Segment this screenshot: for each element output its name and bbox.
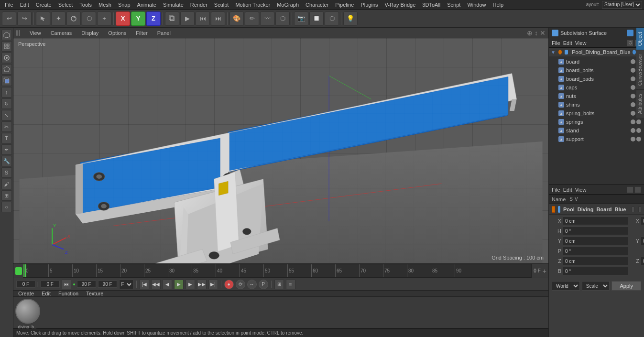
lt-scale-btn[interactable]: ⤡ [1, 110, 12, 120]
menu-render[interactable]: Render [187, 1, 210, 9]
menu-character[interactable]: Character [303, 1, 331, 9]
z-axis-button[interactable]: Z [146, 11, 161, 26]
z-size-input[interactable] [641, 257, 644, 265]
menu-create[interactable]: Create [33, 1, 55, 9]
mat-menu-create[interactable]: Create [16, 291, 36, 296]
parent-vis-dot[interactable] [633, 50, 636, 54]
menu-tools[interactable]: Tools [76, 1, 95, 9]
prev-key-playback-btn[interactable]: ◀◀ [151, 280, 161, 289]
move-tool[interactable]: ✦ [51, 11, 65, 26]
stand-lock[interactable] [636, 128, 641, 133]
timeline-edit-btn[interactable]: ≡ [286, 280, 295, 289]
menu-snap[interactable]: Snap [115, 1, 133, 9]
obj-edit-menu[interactable]: Edit [563, 40, 572, 46]
tab-display[interactable]: Display [79, 29, 100, 37]
lt-model-btn[interactable] [1, 30, 12, 40]
support-lock[interactable] [636, 137, 641, 141]
h-input[interactable] [563, 227, 628, 235]
obj-view-menu[interactable]: View [575, 40, 587, 46]
mode-btn[interactable]: P [259, 280, 268, 289]
play-btn[interactable]: ▶ [180, 11, 195, 26]
y-size-input[interactable] [641, 237, 644, 245]
material-item[interactable]: diving_b... [15, 299, 40, 329]
fps-input[interactable] [98, 281, 117, 288]
lt-text-btn[interactable]: T [1, 133, 12, 143]
play-fwd-btn[interactable]: ▶ [174, 280, 184, 289]
select-tool[interactable] [36, 11, 50, 26]
tree-item-nuts[interactable]: ▲ nuts [550, 92, 643, 100]
lt-circle-btn[interactable]: ○ [1, 202, 12, 212]
loop-btn[interactable]: ⟳ [236, 280, 245, 289]
x-pos-input[interactable] [563, 217, 628, 225]
tab-view[interactable]: View [28, 29, 43, 37]
menu-select[interactable]: Select [55, 1, 76, 9]
menu-sculpt[interactable]: Sculpt [211, 1, 232, 9]
sp-bolts-vis[interactable] [631, 111, 635, 116]
viewport-close-icon[interactable]: ✕ [540, 29, 546, 37]
lt-mesh-btn[interactable] [1, 41, 12, 52]
render-btn[interactable]: ⬡ [325, 11, 339, 26]
board-vis[interactable] [631, 59, 635, 64]
prev-key-btn[interactable]: ⏮ [196, 11, 210, 26]
menu-pipeline[interactable]: Pipeline [332, 1, 357, 9]
light-btn[interactable]: 💡 [343, 11, 358, 26]
pen-btn[interactable]: ✏ [245, 11, 259, 26]
caps-vis[interactable] [631, 85, 635, 90]
obj-file-menu[interactable]: File [552, 40, 560, 46]
attr-tool-1[interactable] [627, 186, 633, 193]
x-axis-button[interactable]: X [116, 11, 130, 26]
lt-paint-btn[interactable]: 🖌 [1, 179, 12, 189]
tab-panel[interactable]: Panel [155, 29, 173, 37]
viewport-arrows-icon[interactable]: ↕ [535, 29, 538, 37]
springs-lock[interactable] [636, 120, 641, 124]
record-btn[interactable]: ● [224, 280, 234, 289]
tab-filter[interactable]: Filter [134, 29, 149, 37]
add-tool[interactable]: + [97, 11, 111, 26]
y-axis-button[interactable]: Y [131, 11, 145, 26]
attr-lock-btn[interactable] [638, 207, 641, 212]
far-tab-attributes[interactable]: Attributes [636, 89, 644, 118]
viewport-maximize-icon[interactable]: ⊕ [527, 29, 533, 37]
lt-cube-btn[interactable] [1, 76, 12, 86]
redo-button[interactable]: ↪ [17, 11, 32, 26]
prev-frame-btn[interactable]: ◀ [163, 280, 172, 289]
mat-menu-texture[interactable]: Texture [84, 291, 105, 296]
menu-window[interactable]: Window [464, 1, 489, 9]
start-frame-input[interactable] [41, 281, 60, 288]
stand-vis[interactable] [631, 128, 635, 133]
lt-select-all[interactable] [1, 53, 12, 63]
timeline-add-icon[interactable]: + [543, 267, 546, 275]
menu-edit[interactable]: Edit [17, 1, 32, 9]
cube-tool[interactable] [165, 11, 179, 26]
next-frame-btn[interactable]: ▶ [186, 280, 195, 289]
lt-s-btn[interactable]: S [1, 167, 12, 178]
subdiv-checkbox[interactable] [627, 30, 633, 36]
tree-item-board-pads[interactable]: ▲ board_pads [550, 75, 643, 83]
timeline-ruler[interactable]: 0 5 10 15 20 25 30 35 40 45 50 55 60 65 … [23, 264, 532, 278]
tree-item-shims[interactable]: ▲ shims [550, 100, 643, 109]
obj-tool-1[interactable]: ⬡ [627, 40, 633, 46]
attr-vis-btn[interactable] [632, 207, 634, 212]
lt-move-btn[interactable]: ↕ [1, 87, 12, 98]
fps-select[interactable]: F [119, 280, 133, 289]
lt-pen-btn[interactable]: ✒ [1, 144, 12, 155]
lt-knife-btn[interactable]: ✂ [1, 121, 12, 132]
menu-animate[interactable]: Animate [134, 1, 159, 9]
shims-vis[interactable] [631, 102, 635, 107]
texture-btn[interactable]: 🎨 [229, 11, 244, 26]
springs-vis[interactable] [631, 120, 635, 124]
rotate-tool[interactable] [66, 11, 81, 26]
viewport-grip[interactable] [16, 30, 22, 36]
attr-file-menu[interactable]: File [552, 187, 560, 193]
tab-cameras[interactable]: Cameras [49, 29, 74, 37]
menu-vray-bridge[interactable]: V-Ray Bridge [382, 1, 419, 9]
menu-script[interactable]: Script [444, 1, 463, 9]
tree-item-spring-bolts[interactable]: ▲ spring_bolts [550, 109, 643, 118]
lt-magnet-btn[interactable]: 🔧 [1, 156, 12, 166]
menu-mesh[interactable]: Mesh [96, 1, 114, 9]
spline-btn[interactable]: 〰 [260, 11, 274, 26]
p-input[interactable] [563, 247, 628, 255]
scale-tool[interactable]: ⬡ [82, 11, 96, 26]
lt-rotate-btn[interactable]: ↻ [1, 98, 12, 109]
menu-file[interactable]: File [2, 1, 16, 9]
